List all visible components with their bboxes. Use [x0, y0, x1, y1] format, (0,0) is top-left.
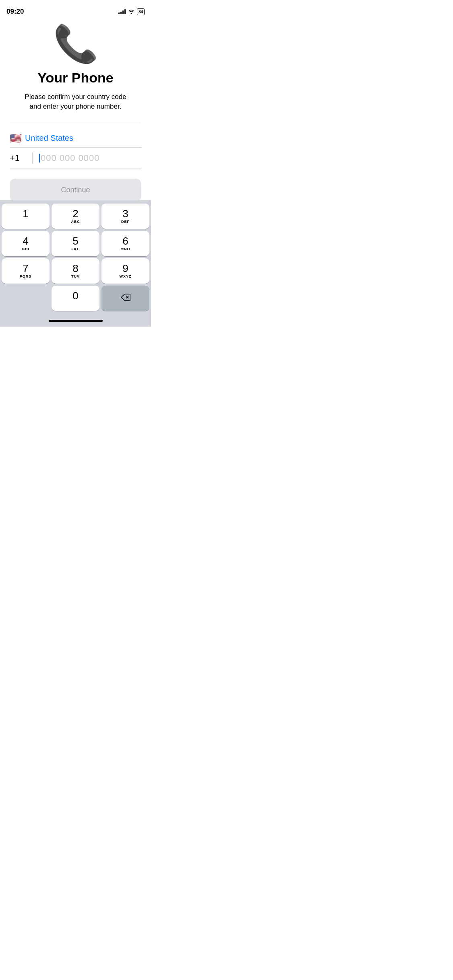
keyboard-row-3: 7 PQRS 8 TUV 9 WXYZ: [2, 258, 149, 284]
key-3[interactable]: 3 DEF: [101, 204, 149, 229]
input-divider: [32, 152, 33, 164]
signal-icon: [118, 9, 126, 14]
status-bar: 09:20 84: [0, 0, 151, 18]
key-8[interactable]: 8 TUV: [52, 258, 99, 284]
key-2[interactable]: 2 ABC: [52, 204, 99, 229]
phone-icon: 📞: [53, 26, 98, 62]
key-4[interactable]: 4 GHI: [2, 231, 50, 256]
country-name: United States: [25, 134, 73, 143]
key-empty: [2, 286, 50, 311]
keyboard: 1 2 ABC 3 DEF 4 GHI 5 JKL 6 MNO 7 PQRS: [0, 200, 151, 327]
continue-button[interactable]: Continue: [10, 179, 141, 202]
key-backspace[interactable]: [101, 286, 149, 311]
keyboard-row-2: 4 GHI 5 JKL 6 MNO: [2, 231, 149, 256]
page-subtitle: Please confirm your country codeand ente…: [25, 92, 126, 111]
key-1[interactable]: 1: [2, 204, 50, 229]
page-title: Your Phone: [37, 70, 113, 86]
top-divider: [10, 123, 141, 123]
country-selector[interactable]: 🇺🇸 United States: [10, 130, 141, 147]
phone-placeholder: 000 000 0000: [41, 153, 100, 163]
battery-icon: 84: [137, 8, 145, 15]
main-content: 📞 Your Phone Please confirm your country…: [0, 18, 151, 202]
status-icons: 84: [118, 8, 145, 15]
key-6[interactable]: 6 MNO: [101, 231, 149, 256]
country-code: +1: [10, 153, 26, 163]
key-5[interactable]: 5 JKL: [52, 231, 99, 256]
key-9[interactable]: 9 WXYZ: [101, 258, 149, 284]
phone-input-row: +1 000 000 0000: [10, 148, 141, 169]
wifi-icon: [128, 9, 134, 14]
backspace-icon: [120, 293, 131, 303]
key-0[interactable]: 0: [52, 286, 99, 311]
keyboard-row-1: 1 2 ABC 3 DEF: [2, 204, 149, 229]
home-indicator: [49, 320, 103, 322]
keyboard-row-4: 0: [2, 286, 149, 311]
key-7[interactable]: 7 PQRS: [2, 258, 50, 284]
cursor: [39, 154, 40, 163]
status-time: 09:20: [6, 8, 24, 16]
country-flag: 🇺🇸: [10, 133, 22, 144]
